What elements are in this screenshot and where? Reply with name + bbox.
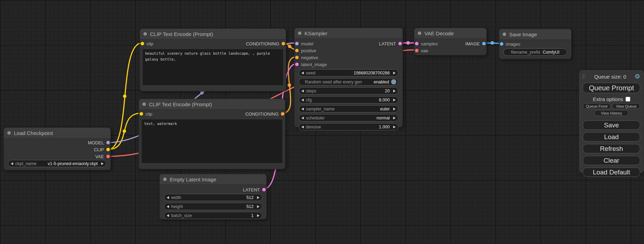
node-save-image[interactable]: Save Image images filename_prefix ComfyU… xyxy=(499,29,572,59)
settings-gear-icon[interactable]: ⚙ xyxy=(635,73,640,80)
prev-value-icon[interactable] xyxy=(301,126,304,128)
widget-ckpt-name[interactable]: ckpt_name v1-5-pruned-emaonly.ckpt xyxy=(8,160,106,167)
collapse-dot-icon[interactable] xyxy=(298,31,301,35)
input-port-vae[interactable] xyxy=(415,49,418,52)
node-empty-latent-image[interactable]: Empty Latent Image LATENT width 512 heig… xyxy=(159,174,267,219)
node-ksampler[interactable]: KSampler model LATENT positive negative … xyxy=(294,28,403,127)
input-port-negative[interactable] xyxy=(295,56,299,59)
load-default-button[interactable]: Load Default xyxy=(583,168,640,177)
refresh-button[interactable]: Refresh xyxy=(583,144,640,153)
input-port-clip[interactable] xyxy=(140,112,143,116)
input-port-model[interactable] xyxy=(295,42,299,45)
input-label-vae: vae xyxy=(421,48,428,53)
widget-sampler-name[interactable]: sampler_name euler xyxy=(299,105,398,112)
collapse-dot-icon[interactable] xyxy=(418,31,421,35)
view-history-button[interactable]: View History xyxy=(594,110,628,116)
next-value-icon[interactable] xyxy=(393,90,396,92)
node-graph-canvas[interactable]: Load Checkpoint MODEL CLIP VAE ckpt_name… xyxy=(0,0,644,244)
widget-batch-size[interactable]: batch_size 1 xyxy=(164,212,262,219)
widget-value: 1.000 xyxy=(379,125,390,129)
input-port-clip[interactable] xyxy=(141,42,144,45)
next-value-icon[interactable] xyxy=(257,214,259,217)
input-port-positive[interactable] xyxy=(295,49,299,52)
widget-label: ckpt_name xyxy=(15,161,36,166)
prompt-textarea[interactable]: text, watermark xyxy=(142,119,282,163)
input-port-latent-image[interactable] xyxy=(295,63,299,66)
node-header[interactable]: KSampler xyxy=(294,28,403,39)
widget-value: v1-5-pruned-emaonly.ckpt xyxy=(48,161,98,166)
widget-value: 512 xyxy=(246,195,254,200)
output-label-conditioning: CONDITIONING xyxy=(245,111,279,117)
extra-options-checkbox[interactable] xyxy=(626,97,630,101)
widget-cfg[interactable]: cfg 8.000 xyxy=(299,96,398,103)
queue-front-button[interactable]: Queue Front xyxy=(583,103,611,109)
next-value-icon[interactable] xyxy=(393,108,396,110)
node-header[interactable]: CLIP Text Encode (Prompt) xyxy=(140,29,286,39)
widget-value: 20 xyxy=(385,89,390,93)
next-value-icon[interactable] xyxy=(257,205,259,208)
next-value-icon[interactable] xyxy=(393,99,396,101)
prev-value-icon[interactable] xyxy=(301,72,304,74)
view-queue-button[interactable]: View Queue xyxy=(612,103,640,109)
clear-button[interactable]: Clear xyxy=(583,156,640,165)
next-value-icon[interactable] xyxy=(393,72,396,74)
input-port-images[interactable] xyxy=(500,42,503,46)
output-port-image[interactable] xyxy=(482,42,486,45)
collapse-dot-icon[interactable] xyxy=(142,102,146,106)
save-button[interactable]: Save xyxy=(583,120,640,130)
widget-height[interactable]: height 512 xyxy=(164,203,262,210)
widget-denoise[interactable]: denoise 1.000 xyxy=(299,123,398,130)
next-value-icon[interactable] xyxy=(393,117,396,119)
collapse-dot-icon[interactable] xyxy=(163,178,167,181)
next-value-icon[interactable] xyxy=(257,196,259,199)
next-value-icon[interactable] xyxy=(101,162,104,165)
output-port-latent[interactable] xyxy=(398,42,402,45)
node-clip-text-encode-negative[interactable]: CLIP Text Encode (Prompt) clip CONDITION… xyxy=(139,99,285,169)
prev-value-icon[interactable] xyxy=(167,205,169,208)
toggle-knob-icon[interactable] xyxy=(391,79,396,84)
prev-value-icon[interactable] xyxy=(167,196,169,199)
load-button[interactable]: Load xyxy=(583,132,640,142)
prev-value-icon[interactable] xyxy=(167,214,169,217)
prev-value-icon[interactable] xyxy=(301,99,304,101)
node-header[interactable]: Load Checkpoint xyxy=(4,128,111,138)
widget-label: width xyxy=(171,195,181,200)
drag-handle-icon[interactable] xyxy=(583,74,586,79)
output-port-clip[interactable] xyxy=(106,148,110,151)
output-port-conditioning[interactable] xyxy=(281,112,284,116)
prev-value-icon[interactable] xyxy=(301,90,304,92)
node-load-checkpoint[interactable]: Load Checkpoint MODEL CLIP VAE ckpt_name… xyxy=(3,127,111,170)
widget-value: euler xyxy=(380,107,390,111)
widget-seed[interactable]: seed 156680208700286 xyxy=(299,69,398,76)
node-header[interactable]: Empty Latent Image xyxy=(160,174,266,185)
node-header[interactable]: CLIP Text Encode (Prompt) xyxy=(139,99,285,110)
input-label-images: images xyxy=(506,42,520,47)
next-value-icon[interactable] xyxy=(393,126,396,128)
widget-random-seed-toggle[interactable]: Random seed after every gen enabled xyxy=(299,78,398,85)
widget-label: denoise xyxy=(306,125,321,129)
prev-value-icon[interactable] xyxy=(11,162,13,165)
input-label-positive: positive xyxy=(301,48,316,53)
output-label-latent: LATENT xyxy=(379,41,396,46)
collapse-dot-icon[interactable] xyxy=(143,32,147,36)
output-port-conditioning[interactable] xyxy=(282,42,285,45)
queue-prompt-button[interactable]: Queue Prompt xyxy=(583,83,640,93)
output-port-latent[interactable] xyxy=(262,188,266,191)
input-label-model: model xyxy=(301,41,313,46)
node-vae-decode[interactable]: VAE Decode samples IMAGE vae xyxy=(414,28,487,55)
prompt-textarea[interactable]: beautiful scenery nature glass bottle la… xyxy=(143,49,283,85)
node-header[interactable]: Save Image xyxy=(499,29,571,40)
widget-steps[interactable]: steps 20 xyxy=(299,87,398,94)
widget-width[interactable]: width 512 xyxy=(164,194,262,201)
collapse-dot-icon[interactable] xyxy=(503,33,506,36)
collapse-dot-icon[interactable] xyxy=(7,131,11,135)
node-clip-text-encode-positive[interactable]: CLIP Text Encode (Prompt) clip CONDITION… xyxy=(140,28,286,91)
node-header[interactable]: VAE Decode xyxy=(414,28,486,39)
input-port-samples[interactable] xyxy=(415,42,418,45)
output-port-model[interactable] xyxy=(106,141,110,144)
prev-value-icon[interactable] xyxy=(301,108,304,110)
prev-value-icon[interactable] xyxy=(301,117,304,119)
widget-scheduler[interactable]: scheduler normal xyxy=(299,114,398,121)
output-port-vae[interactable] xyxy=(106,155,110,158)
widget-filename-prefix[interactable]: filename_prefix ComfyUI xyxy=(503,48,567,56)
